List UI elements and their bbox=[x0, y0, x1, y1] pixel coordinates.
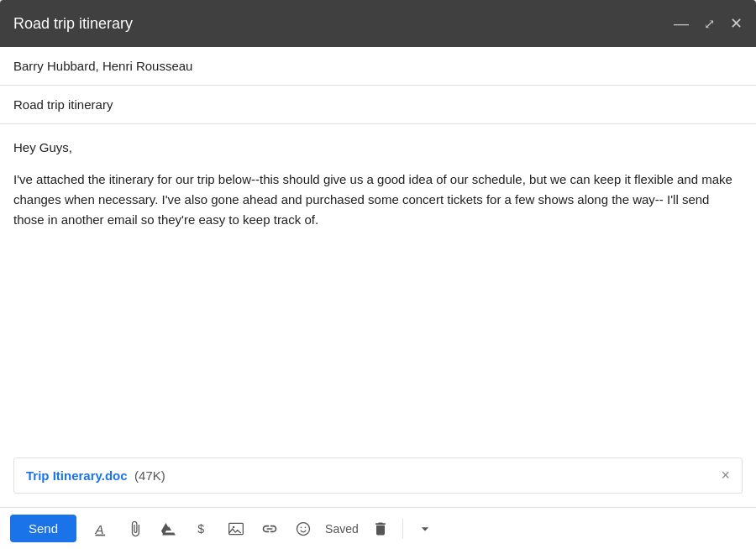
attachment-row: Trip Itinerary.doc (47K) × bbox=[13, 458, 743, 494]
more-options-button[interactable] bbox=[410, 515, 440, 542]
minimize-button[interactable]: — bbox=[674, 15, 689, 33]
subject-field[interactable]: Road trip itinerary bbox=[0, 86, 756, 124]
attachment-info: Trip Itinerary.doc (47K) bbox=[26, 468, 165, 484]
send-button[interactable]: Send bbox=[10, 515, 76, 542]
svg-text:A: A bbox=[95, 521, 104, 536]
title-bar: Road trip itinerary — ⤢ ✕ bbox=[0, 0, 756, 47]
to-value: Barry Hubbard, Henri Rousseau bbox=[13, 59, 192, 73]
body-main: I've attached the itinerary for our trip… bbox=[13, 170, 739, 230]
body-area: Hey Guys, I've attached the itinerary fo… bbox=[0, 124, 756, 507]
attach-file-icon[interactable] bbox=[120, 515, 150, 542]
google-drive-icon[interactable] bbox=[154, 515, 184, 542]
insert-photo-icon[interactable] bbox=[221, 515, 251, 542]
insert-emoji-icon[interactable] bbox=[288, 515, 318, 542]
saved-status: Saved bbox=[322, 517, 362, 541]
delete-icon[interactable] bbox=[365, 515, 396, 542]
expand-button[interactable]: ⤢ bbox=[704, 16, 715, 32]
format-text-icon[interactable]: A bbox=[87, 515, 117, 542]
insert-link-icon[interactable] bbox=[255, 515, 285, 542]
title-controls: — ⤢ ✕ bbox=[674, 14, 743, 33]
close-button[interactable]: ✕ bbox=[730, 14, 743, 33]
window-title: Road trip itinerary bbox=[13, 15, 133, 33]
dollar-sign-icon[interactable]: $ bbox=[187, 515, 218, 542]
compose-window: Road trip itinerary — ⤢ ✕ Barry Hubbard,… bbox=[0, 0, 756, 549]
svg-point-6 bbox=[301, 526, 302, 528]
to-field[interactable]: Barry Hubbard, Henri Rousseau bbox=[0, 47, 756, 86]
attachment-remove-button[interactable]: × bbox=[721, 467, 730, 484]
toolbar-separator bbox=[402, 519, 403, 539]
attachment-size: (47K) bbox=[134, 468, 165, 483]
svg-point-4 bbox=[233, 525, 235, 528]
body-text[interactable]: Hey Guys, I've attached the itinerary fo… bbox=[0, 124, 756, 458]
subject-value: Road trip itinerary bbox=[13, 97, 113, 112]
svg-point-7 bbox=[305, 526, 307, 528]
svg-text:$: $ bbox=[197, 522, 204, 536]
attachment-name[interactable]: Trip Itinerary.doc bbox=[26, 468, 128, 483]
body-greeting: Hey Guys, bbox=[13, 138, 739, 158]
svg-point-5 bbox=[297, 522, 310, 535]
toolbar: Send A $ bbox=[0, 507, 756, 549]
